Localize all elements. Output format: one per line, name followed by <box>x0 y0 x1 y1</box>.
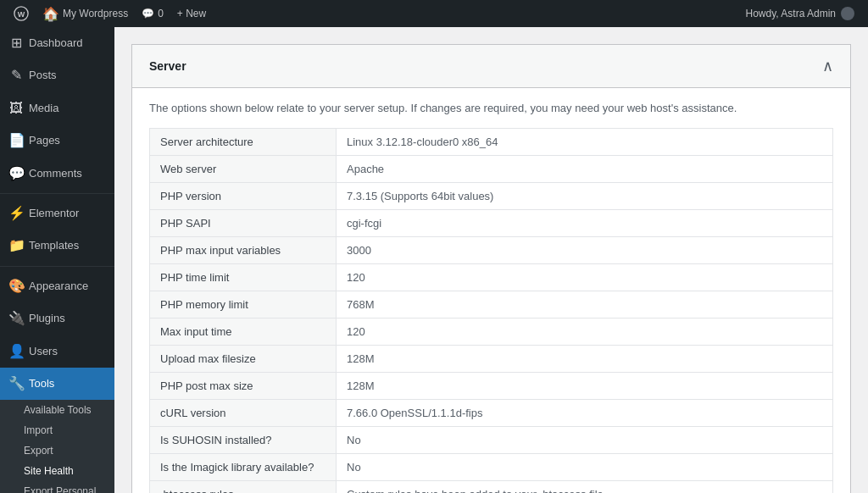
row-key: .htaccess rules <box>150 481 337 494</box>
svg-text:W: W <box>18 10 25 19</box>
table-row: Is SUHOSIN installed?No <box>150 427 833 454</box>
elementor-icon: ⚡ <box>8 204 24 223</box>
sidebar: ⊞ Dashboard ✎ Posts 🖼 Media 📄 Pages 💬 Co… <box>0 27 114 493</box>
row-key: Web server <box>150 156 337 183</box>
server-info-table: Server architectureLinux 3.12.18-clouder… <box>149 128 833 493</box>
row-value: cgi-fcgi <box>337 210 833 237</box>
submenu-site-health[interactable]: Site Health <box>0 461 114 481</box>
row-key: Server architecture <box>150 129 337 156</box>
submenu-export-personal[interactable]: Export Personal Data <box>0 481 114 493</box>
pages-icon: 📄 <box>8 131 24 150</box>
table-row: PHP max input variables3000 <box>150 237 833 264</box>
sidebar-item-dashboard[interactable]: ⊞ Dashboard <box>0 27 114 59</box>
sidebar-item-templates[interactable]: 📁 Templates <box>0 230 114 262</box>
table-row: PHP post max size128M <box>150 373 833 400</box>
row-value: 128M <box>337 346 833 373</box>
row-value: 7.3.15 (Supports 64bit values) <box>337 183 833 210</box>
table-row: cURL version7.66.0 OpenSSL/1.1.1d-fips <box>150 400 833 427</box>
plugins-icon: 🔌 <box>8 309 24 328</box>
chevron-up-icon: ∧ <box>822 57 833 75</box>
row-key: Max input time <box>150 319 337 346</box>
sidebar-item-posts[interactable]: ✎ Posts <box>0 59 114 91</box>
row-key: cURL version <box>150 400 337 427</box>
row-value: 3000 <box>337 237 833 264</box>
sidebar-item-plugins[interactable]: 🔌 Plugins <box>0 302 114 335</box>
row-key: PHP post max size <box>150 373 337 400</box>
sidebar-item-users[interactable]: 👤 Users <box>0 335 114 368</box>
table-row: PHP time limit120 <box>150 264 833 291</box>
row-value: Linux 3.12.18-clouder0 x86_64 <box>337 129 833 156</box>
appearance-icon: 🎨 <box>8 277 24 296</box>
new-bar[interactable]: + New <box>170 0 213 27</box>
tools-icon: 🔧 <box>8 374 24 393</box>
table-row: Upload max filesize128M <box>150 346 833 373</box>
table-row: Web serverApache <box>150 156 833 183</box>
posts-icon: ✎ <box>8 66 24 85</box>
table-row: PHP version7.3.15 (Supports 64bit values… <box>150 183 833 210</box>
row-key: PHP SAPI <box>150 210 337 237</box>
row-key: PHP memory limit <box>150 291 337 319</box>
tools-submenu: Available Tools Import Export Site Healt… <box>0 400 114 493</box>
server-section-desc: The options shown below relate to your s… <box>132 88 850 121</box>
admin-bar: W 🏠 My Wordpress 💬 0 + New Howdy, Astra … <box>0 0 868 27</box>
row-value: 768M <box>337 291 833 319</box>
templates-icon: 📁 <box>8 236 24 255</box>
content-area: Server ∧ The options shown below relate … <box>114 27 868 493</box>
row-value: Custom rules have been added to your .ht… <box>337 481 833 494</box>
server-section-body: The options shown below relate to your s… <box>132 88 850 493</box>
row-key: Is SUHOSIN installed? <box>150 427 337 454</box>
row-key: Upload max filesize <box>150 346 337 373</box>
row-value: 120 <box>337 319 833 346</box>
sidebar-item-media[interactable]: 🖼 Media <box>0 92 114 125</box>
table-row: .htaccess rulesCustom rules have been ad… <box>150 481 833 494</box>
row-value: 120 <box>337 264 833 291</box>
howdy-bar: Howdy, Astra Admin <box>739 7 862 20</box>
dashboard-icon: ⊞ <box>8 34 24 53</box>
table-row: PHP SAPIcgi-fcgi <box>150 210 833 237</box>
sidebar-item-elementor[interactable]: ⚡ Elementor <box>0 197 114 230</box>
sidebar-item-tools[interactable]: 🔧 Tools <box>0 368 114 400</box>
row-value: 7.66.0 OpenSSL/1.1.1d-fips <box>337 400 833 427</box>
table-row: PHP memory limit768M <box>150 291 833 319</box>
wp-logo-bar[interactable]: W <box>7 0 36 27</box>
row-key: PHP version <box>150 183 337 210</box>
avatar <box>841 7 854 20</box>
row-key: PHP time limit <box>150 264 337 291</box>
row-value: Apache <box>337 156 833 183</box>
server-section-header[interactable]: Server ∧ <box>132 45 850 88</box>
submenu-import[interactable]: Import <box>0 420 114 440</box>
comments-icon: 💬 <box>8 164 24 183</box>
sidebar-item-appearance[interactable]: 🎨 Appearance <box>0 270 114 302</box>
users-icon: 👤 <box>8 342 24 361</box>
row-key: PHP max input variables <box>150 237 337 264</box>
row-key: Is the Imagick library available? <box>150 454 337 481</box>
media-icon: 🖼 <box>8 99 24 118</box>
table-row: Max input time120 <box>150 319 833 346</box>
sidebar-item-pages[interactable]: 📄 Pages <box>0 125 114 157</box>
sidebar-item-comments[interactable]: 💬 Comments <box>0 158 114 190</box>
comments-bar[interactable]: 💬 0 <box>135 0 170 27</box>
table-row: Server architectureLinux 3.12.18-clouder… <box>150 129 833 156</box>
server-section-title: Server <box>149 59 186 73</box>
submenu-available-tools[interactable]: Available Tools <box>0 400 114 420</box>
table-row: Is the Imagick library available?No <box>150 454 833 481</box>
submenu-export[interactable]: Export <box>0 440 114 461</box>
row-value: No <box>337 427 833 454</box>
row-value: 128M <box>337 373 833 400</box>
server-section: Server ∧ The options shown below relate … <box>131 44 851 493</box>
row-value: No <box>337 454 833 481</box>
site-title-bar[interactable]: 🏠 My Wordpress <box>36 0 135 27</box>
